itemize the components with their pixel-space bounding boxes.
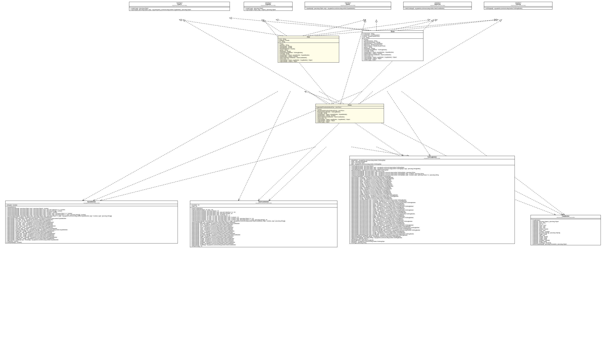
member: + append(arg0 : java.lang.String, arg1 :… xyxy=(350,228,514,230)
member: + append(arg0 : long) : org.apache.commo… xyxy=(191,224,336,225)
member: + append(arg0 : java.lang.String, arg1 :… xyxy=(350,204,514,206)
member: # setEquals(arg0 : boolean) xyxy=(6,242,177,243)
member: + append(arg0 : char) : org.apache.commo… xyxy=(350,182,514,183)
member: + append(arg0 : int) : org.apache.common… xyxy=(350,189,514,191)
member: + copyTo(arg0 : Object, arg1 : Object) :… xyxy=(245,9,292,10)
member: + copy(arg0 : java.lang.Object) : java.l… xyxy=(531,221,600,222)
member: + reflectionHashCode(arg0 : int, arg1 : … xyxy=(191,217,336,218)
member: + getId() : String xyxy=(363,47,422,48)
member: + copy(arg0 : long[]) : long[] xyxy=(531,234,600,235)
member: + append(arg0 : float) : org.apache.comm… xyxy=(350,187,514,188)
member: + append(arg0 : byte[], arg1 : byte[]) :… xyxy=(6,235,177,237)
class-hashcode: «interface»HashCodeorg.jvnet.jaxb2_commo… xyxy=(403,2,472,10)
member: + append(arg0 : char[], arg1 : char[]) :… xyxy=(6,234,177,235)
member: + append(arg0 : float, arg1 : float) : o… xyxy=(6,227,177,228)
member: + setClassname(value : String) xyxy=(363,41,422,43)
member: + copy(arg0 : char) : char xyxy=(531,226,600,227)
class-package: org.jvnet.jaxb2_commons.lang xyxy=(130,5,229,6)
member: + copy(arg0 : boolean[]) : boolean[] xyxy=(531,242,600,243)
member: - isEquals : boolean xyxy=(6,204,177,206)
member: + append(arg0 : java.lang.String, arg1 :… xyxy=(350,220,514,221)
member: + getDefaultStyle() : org.apache.commons… xyxy=(350,169,514,170)
member: + reflectionAppend(arg0 : java.lang.Obje… xyxy=(191,220,336,221)
member: # classname : String xyxy=(363,33,422,34)
member: + equals(object : Object) : boolean xyxy=(316,115,383,116)
member: - iConstant : int xyxy=(191,204,336,206)
member: + append(arg0 : byte) : org.apache.commo… xyxy=(191,229,336,230)
member: + ToStringBuilder(arg0 : java.lang.Objec… xyxy=(350,166,514,167)
member: + copy(arg0 : short) : short xyxy=(531,225,600,226)
member: + createCopy() : Object xyxy=(316,121,383,123)
member: + getInitialVal() : Double xyxy=(279,47,338,48)
member: + copy(arg0 : float[]) : float[] xyxy=(531,241,600,242)
member: + append(arg0 : boolean[]) : org.apache.… xyxy=(191,244,336,246)
member: + append(arg0 : boolean, arg1 : boolean)… xyxy=(6,228,177,229)
member: + reflectionEquals(arg0 : java.lang.Obje… xyxy=(6,213,177,214)
member: + copy(arg0 : int[]) : int[] xyxy=(531,235,600,236)
member: + append(arg0 : int[]) : org.apache.comm… xyxy=(350,191,514,192)
member: + getParameter() : List<Parameter> xyxy=(363,43,422,44)
member: + reflectionEquals(arg0 : java.lang.Obje… xyxy=(6,214,177,215)
member: + append(arg0 : java.lang.Object, arg1 :… xyxy=(6,218,177,219)
member: + hashCode(hashCodeBuilder : HashCodeBui… xyxy=(363,54,422,55)
class-name: CopyTo xyxy=(130,4,229,5)
member: + setPriors(value : Models.Model.Priors) xyxy=(363,45,422,47)
member: + append(arg0 : java.lang.String, arg1 :… xyxy=(350,199,514,201)
member: + toString(toStringBuilder : ToStringBui… xyxy=(363,49,422,50)
member: + reflectionEquals(arg0 : java.lang.Obje… xyxy=(6,209,177,210)
class-tostringbuilder: ToStringBuilderorg.apache.commons.lang.b… xyxy=(350,156,515,244)
member: + append(arg0 : java.lang.String, arg1 :… xyxy=(350,227,514,228)
member: + append(arg0 : java.lang.String, arg1 :… xyxy=(350,218,514,220)
member: + Priors() xyxy=(316,109,383,110)
member: + append(arg0 : float[]) : org.apache.co… xyxy=(191,243,336,244)
member: + append(arg0 : char[]) : org.apache.com… xyxy=(350,183,514,184)
member: + hashCode() : int xyxy=(279,58,338,59)
member: + createCopy() : java.lang.Object xyxy=(245,8,292,9)
member: + setId(value : String) xyxy=(279,51,338,52)
uml-class-diagram: «interface»CopyToorg.jvnet.jaxb2_commons… xyxy=(0,0,606,364)
member: + HashCodeBuilder() xyxy=(191,208,336,209)
member: + append(arg0 : boolean) : org.apache.co… xyxy=(191,233,336,234)
member: + toString(toStringBuilder : ToStringBui… xyxy=(316,111,383,113)
member: + append(arg0 : java.lang.String, arg1 :… xyxy=(350,211,514,212)
member: + ToStringBuilder(arg0 : java.lang.Objec… xyxy=(350,168,514,169)
member: + equals(object : Object, equalsBuilder … xyxy=(363,52,422,53)
class-copybuilder: CopyBuilderorg.jvnet.jaxb2_commons.lang.… xyxy=(530,215,601,245)
member: + append(arg0 : byte[]) : org.apache.com… xyxy=(191,240,336,242)
member: + copyTo(target : Object, copyBuilder : … xyxy=(316,119,383,120)
member: + Model() xyxy=(363,39,422,40)
member: + append(arg0 : double[], arg1 : double[… xyxy=(6,237,177,238)
class-copyable: «interface»Copyableorg.jvnet.jaxb2_commo… xyxy=(244,2,292,11)
class-equalsbuilder: EqualsBuilderorg.apache.commons.lang.bui… xyxy=(5,201,178,243)
member: + append(arg0 : int[]) : org.apache.comm… xyxy=(191,237,336,238)
member: + toHashCode() : int xyxy=(191,246,336,247)
member: + getHint() : String xyxy=(279,44,338,46)
member: + reflectionHashCode(arg0 : int, arg1 : … xyxy=(191,215,336,217)
member: + append(arg0 : java.lang.String, arg1 :… xyxy=(350,224,514,226)
member: + append(arg0 : java.lang.String, arg1 :… xyxy=(350,208,514,209)
member: + getId() : String xyxy=(279,50,338,51)
member: + append(arg0 : double[]) : org.apache.c… xyxy=(191,242,336,243)
member: + copy(arg0 : boolean) : boolean xyxy=(531,231,600,232)
member: + toString() : String xyxy=(279,53,338,54)
member: + append(arg0 : java.lang.String, arg1 :… xyxy=(350,217,514,218)
member: + equals(object : Object) : boolean xyxy=(363,53,422,54)
member: + append(arg0 : java.lang.Object) : org.… xyxy=(191,223,336,224)
member: + append(arg0 : long, arg1 : long) : org… xyxy=(6,219,177,220)
member: + copy(arg0 : long) : long xyxy=(531,222,600,223)
member: + append(arg0 : java.lang.String, arg1 :… xyxy=(350,232,514,233)
member: + append(arg0 : boolean) : org.apache.co… xyxy=(350,177,514,178)
member: + toString(toStringBuilder : ToStringBui… xyxy=(279,52,338,53)
member: - object : java.lang.Object xyxy=(350,162,514,163)
member: + reflectionAppend(arg0 : java.lang.Obje… xyxy=(6,215,177,217)
member: + setDefaultStyle(arg0 : org.apache.comm… xyxy=(350,176,514,177)
member: + copy(arg0 : char[]) : char[] xyxy=(531,237,600,238)
member: + append(arg0 : java.lang.String, arg1 :… xyxy=(350,203,514,204)
member: + append(arg0 : short[]) : org.apache.co… xyxy=(350,198,514,199)
member: + append(arg0 : java.lang.String, arg1 :… xyxy=(350,230,514,231)
member: + getPriors() : Models.Model.Priors xyxy=(363,44,422,45)
member: + append(arg0 : java.lang.String, arg1 :… xyxy=(350,214,514,216)
class-copyto: «interface»CopyToorg.jvnet.jaxb2_commons… xyxy=(129,2,230,11)
member: + append(arg0 : java.lang.String, arg1 :… xyxy=(350,221,514,222)
member: + append(arg0 : java.lang.Object) : org.… xyxy=(350,194,514,196)
